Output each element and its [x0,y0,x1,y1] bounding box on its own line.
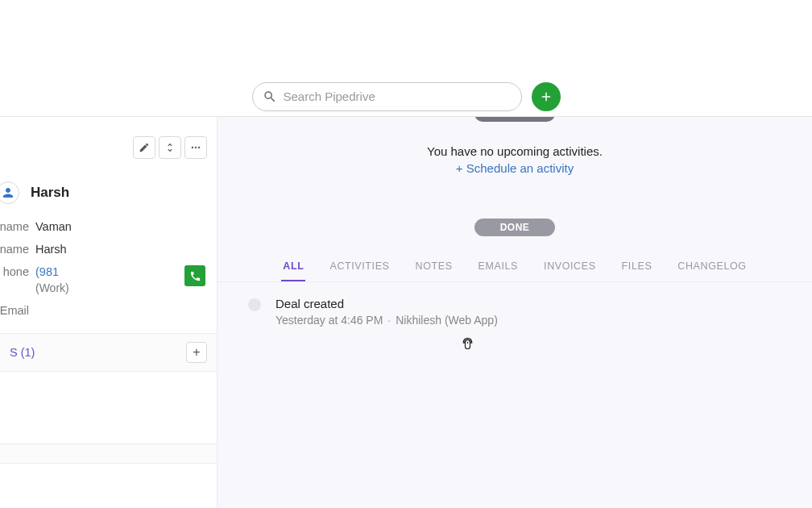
edit-button[interactable] [133,136,155,159]
search-input[interactable] [284,90,512,103]
timeline-event: Deal created Yesterday at 4:46 PM·Nikhil… [248,297,793,327]
person-card: Harsh name Vaman name Harsh hone (981 (W… [0,117,217,334]
tab-separator [218,281,812,282]
card-action-row [0,125,207,167]
person-header: Harsh [0,167,207,215]
phone-icon [189,270,201,282]
event-title: Deal created [276,297,498,310]
sidebar: Harsh name Vaman name Harsh hone (981 (W… [0,117,218,508]
event-actor: Nikhilesh (Web App) [396,314,498,327]
phone-type: (Work) [35,281,69,294]
avatar [0,181,19,204]
svg-point-1 [195,147,197,148]
field-email: Email [0,299,207,322]
activity-tabs: ALL ACTIVITIES NOTES EMAILS INVOICES FIL… [237,256,793,281]
svg-point-0 [192,147,193,148]
field-name1: name Vaman [0,215,207,238]
schedule-activity-link[interactable]: + Schedule an activity [237,161,793,175]
tab-all[interactable]: ALL [281,256,305,281]
tab-invoices[interactable]: INVOICES [542,256,598,281]
more-button[interactable] [184,136,207,159]
deals-section-header[interactable]: S (1) + [0,334,217,372]
empty-activities-message: You have no upcoming activities. [237,144,793,158]
field-name2: name Harsh [0,238,207,260]
tab-activities[interactable]: ACTIVITIES [328,256,391,281]
search-wrap [252,82,561,111]
field-phone: hone (981 (Work) [0,260,207,299]
person-icon [1,185,15,200]
svg-point-2 [198,147,200,148]
search-icon [263,90,277,104]
tab-notes[interactable]: NOTES [414,256,454,281]
expand-button[interactable] [159,136,181,159]
search-box[interactable] [252,82,522,111]
deals-section-title: S (1) [10,346,35,359]
dots-icon [190,142,201,153]
phone-link[interactable]: (981 [35,265,69,278]
tab-emails[interactable]: EMAILS [477,256,520,281]
field-label: hone [0,265,29,278]
field-label: Email [0,304,29,317]
done-pill: DONE [474,219,555,236]
tab-changelog[interactable]: CHANGELOG [676,256,748,281]
section-spacer [0,444,217,464]
field-label: name [0,243,29,256]
event-dot-icon [248,298,261,311]
expand-icon [164,142,176,153]
field-value: Harsh [29,243,207,256]
event-timestamp: Yesterday at 4:46 PM [276,314,383,327]
person-name: Harsh [31,185,69,201]
tab-files[interactable]: FILES [620,256,654,281]
pencil-icon [139,142,150,153]
field-label: name [0,220,29,233]
add-button[interactable] [532,82,561,111]
event-meta: Yesterday at 4:46 PM·Nikhilesh (Web App) [276,314,498,327]
content-area: Harsh name Vaman name Harsh hone (981 (W… [0,117,812,508]
main-panel: You have no upcoming activities. + Sched… [218,117,812,508]
plus-icon [539,90,553,104]
top-bar [0,77,812,117]
add-deal-button[interactable]: + [186,342,207,363]
field-value: Vaman [29,220,207,233]
call-button[interactable] [184,265,205,286]
deals-section-body [0,372,217,444]
